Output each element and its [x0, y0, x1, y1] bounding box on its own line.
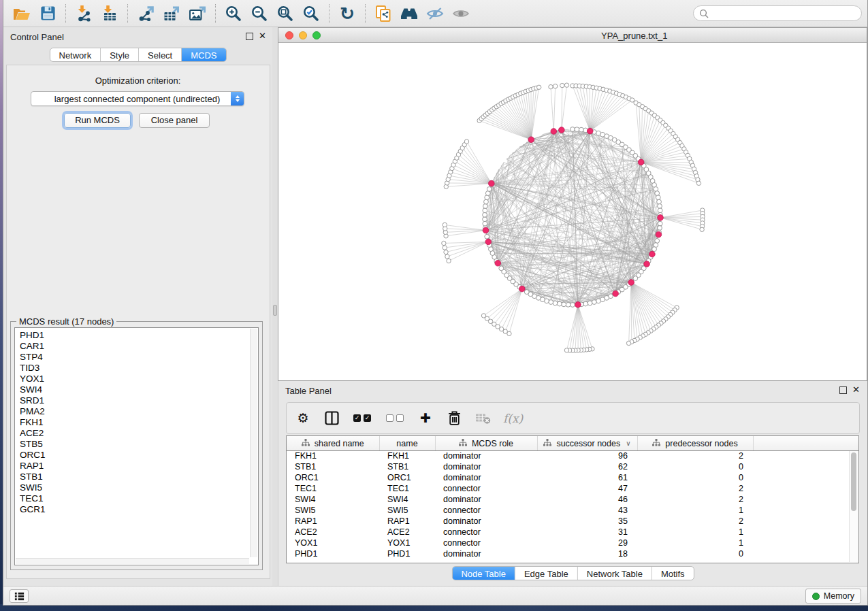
cell-MCDS-role[interactable]: dominator — [435, 494, 537, 505]
splitter-grip[interactable] — [273, 305, 277, 316]
cell-name[interactable]: RAP1 — [379, 516, 435, 527]
cell-successor-nodes[interactable]: 18 — [537, 548, 637, 559]
close-window-icon[interactable] — [285, 31, 293, 39]
cell-predecessor-nodes[interactable]: 2 — [637, 516, 753, 527]
zoom-selected-button[interactable] — [298, 3, 324, 24]
zoom-fit-button[interactable] — [272, 3, 298, 24]
cell-successor-nodes[interactable]: 31 — [537, 527, 637, 538]
cell-shared-name[interactable]: STB1 — [287, 461, 379, 472]
mcds-result-item[interactable]: TID3 — [20, 363, 249, 374]
table-row[interactable]: FKH1FKH1dominator962 — [287, 450, 858, 461]
tab-select[interactable]: Select — [138, 48, 181, 61]
tab-edge-table[interactable]: Edge Table — [515, 567, 577, 580]
cell-MCDS-role[interactable]: connector — [435, 527, 537, 538]
cell-predecessor-nodes[interactable]: 0 — [637, 548, 753, 559]
cell-shared-name[interactable]: PHD1 — [287, 548, 379, 559]
cell-name[interactable]: TEC1 — [379, 483, 435, 494]
float-table-panel-icon[interactable] — [839, 386, 847, 394]
cell-predecessor-nodes[interactable]: 2 — [637, 483, 753, 494]
deselect-all-columns-button[interactable] — [385, 408, 405, 429]
tab-network-table[interactable]: Network Table — [577, 567, 652, 580]
mcds-result-item[interactable]: STB1 — [20, 472, 249, 482]
cell-predecessor-nodes[interactable]: 1 — [637, 538, 753, 548]
cell-MCDS-role[interactable]: dominator — [435, 516, 537, 527]
tab-network[interactable]: Network — [50, 48, 100, 61]
table-settings-button[interactable]: ⚙ — [295, 408, 311, 429]
cell-successor-nodes[interactable]: 29 — [537, 538, 637, 548]
table-row[interactable]: ORC1ORC1dominator610 — [287, 472, 858, 483]
cell-name[interactable]: SWI4 — [379, 494, 435, 505]
cell-shared-name[interactable]: FKH1 — [287, 450, 379, 461]
close-panel-icon[interactable]: ✕ — [259, 31, 266, 41]
cell-name[interactable]: STB1 — [379, 461, 435, 472]
cell-MCDS-role[interactable]: dominator — [435, 450, 537, 461]
table-row[interactable]: SWI4SWI4dominator462 — [287, 494, 858, 505]
tab-motifs[interactable]: Motifs — [652, 567, 694, 580]
maximize-window-icon[interactable] — [312, 31, 321, 39]
table-row[interactable]: TEC1TEC1connector472 — [287, 483, 858, 494]
criterion-select[interactable]: largest connected component (undirected) — [31, 91, 244, 106]
cell-name[interactable]: ORC1 — [379, 472, 435, 483]
mcds-result-item[interactable]: CAR1 — [20, 341, 249, 352]
search-network-button[interactable] — [396, 3, 422, 24]
cell-predecessor-nodes[interactable]: 0 — [637, 461, 753, 472]
cell-shared-name[interactable]: ORC1 — [287, 472, 379, 483]
mcds-result-item[interactable]: ORC1 — [20, 450, 249, 461]
export-table-button[interactable] — [159, 3, 184, 24]
cell-successor-nodes[interactable]: 43 — [537, 505, 637, 516]
table-row[interactable]: YOX1YOX1connector291 — [287, 538, 858, 548]
export-network-button[interactable] — [133, 3, 159, 24]
cell-predecessor-nodes[interactable]: 1 — [637, 527, 753, 538]
cell-shared-name[interactable]: TEC1 — [287, 483, 379, 494]
minimize-window-icon[interactable] — [299, 31, 307, 39]
cell-successor-nodes[interactable]: 47 — [537, 483, 637, 494]
tab-node-table[interactable]: Node Table — [452, 567, 515, 580]
cell-predecessor-nodes[interactable]: 1 — [637, 505, 753, 516]
clone-network-button[interactable] — [370, 3, 396, 24]
show-columns-button[interactable] — [323, 408, 340, 429]
tab-style[interactable]: Style — [100, 48, 138, 61]
cell-name[interactable]: PHD1 — [379, 548, 435, 559]
cell-shared-name[interactable]: SWI5 — [287, 505, 379, 516]
mcds-result-item[interactable]: ACE2 — [20, 428, 249, 439]
mcds-result-item[interactable]: RAP1 — [20, 461, 249, 472]
panel-splitter[interactable] — [272, 27, 278, 586]
close-table-panel-icon[interactable]: ✕ — [852, 384, 860, 395]
cell-successor-nodes[interactable]: 46 — [537, 494, 637, 505]
function-builder-button[interactable]: f(x) — [503, 408, 523, 429]
mcds-result-item[interactable]: GCR1 — [20, 504, 249, 515]
mcds-result-item[interactable]: STB5 — [20, 439, 249, 450]
table-row[interactable]: PHD1PHD1dominator180 — [287, 548, 858, 559]
delete-column-button[interactable] — [446, 408, 462, 429]
show-all-button[interactable] — [448, 3, 474, 24]
cell-MCDS-role[interactable]: connector — [435, 483, 537, 494]
zoom-in-button[interactable] — [221, 3, 246, 24]
table-row[interactable]: STB1STB1dominator620 — [287, 461, 858, 472]
export-image-button[interactable] — [184, 3, 210, 24]
open-file-button[interactable] — [9, 3, 35, 24]
column-header-name[interactable]: name — [379, 436, 435, 450]
cell-predecessor-nodes[interactable]: 2 — [637, 450, 753, 461]
close-panel-button[interactable]: Close panel — [139, 113, 210, 128]
mcds-result-item[interactable]: FKH1 — [20, 417, 249, 428]
zoom-out-button[interactable] — [246, 3, 272, 24]
import-network-button[interactable] — [71, 3, 97, 24]
cell-name[interactable]: SWI5 — [379, 505, 435, 516]
column-header-successor-nodes[interactable]: successor nodes∨ — [537, 436, 637, 450]
table-row[interactable]: ACE2ACE2connector311 — [287, 527, 858, 538]
cell-MCDS-role[interactable]: dominator — [435, 461, 537, 472]
cell-shared-name[interactable]: RAP1 — [287, 516, 379, 527]
result-horizontal-scrollbar[interactable] — [16, 558, 249, 564]
result-vertical-scrollbar[interactable] — [250, 329, 257, 557]
cell-name[interactable]: FKH1 — [379, 450, 435, 461]
float-panel-icon[interactable] — [246, 33, 253, 40]
cell-successor-nodes[interactable]: 61 — [537, 472, 637, 483]
mcds-result-item[interactable]: SWI5 — [20, 482, 249, 493]
cell-MCDS-role[interactable]: connector — [435, 505, 537, 516]
column-header-predecessor-nodes[interactable]: predecessor nodes — [637, 436, 753, 450]
cell-predecessor-nodes[interactable]: 0 — [637, 472, 753, 483]
task-history-button[interactable] — [10, 589, 29, 603]
column-header-MCDS-role[interactable]: MCDS role — [435, 436, 537, 450]
cell-MCDS-role[interactable]: dominator — [435, 548, 537, 559]
mcds-result-item[interactable]: SWI4 — [20, 384, 249, 395]
